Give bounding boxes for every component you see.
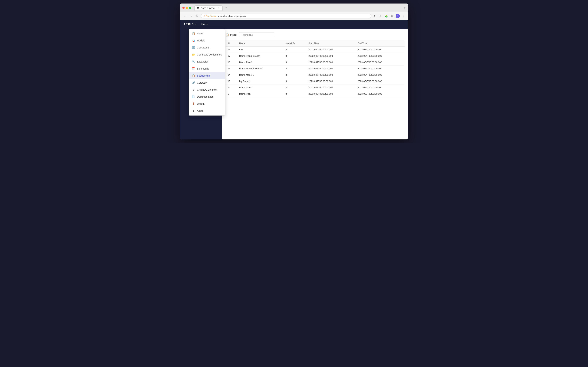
menu-item-scheduling[interactable]: 📅 Scheduling (189, 65, 225, 72)
plans-table-header: IDNameModel IDStart TimeEnd Time (226, 40, 405, 47)
new-tab-button[interactable]: + (224, 5, 229, 10)
table-row[interactable]: 16Demo Plan 332023-047T00:00:00.0002023-… (226, 59, 405, 66)
app-logo[interactable]: AERIE ∨ (183, 23, 197, 26)
menu-item-label: Sequencing (197, 74, 210, 77)
cell-name: test (237, 47, 284, 53)
menu-item-label: About (197, 109, 204, 112)
table-row[interactable]: 14Demo Model 332023-047T00:00:00.0002023… (226, 72, 405, 78)
forward-button[interactable]: → (189, 14, 194, 18)
cell-name: Demo Model 3 (237, 72, 284, 78)
menu-item-models[interactable]: 📊 Models (189, 37, 225, 44)
command-dictionaries-icon: 📁 (192, 53, 195, 56)
cell-end_time: 2023-054T00:00:00.000 (355, 72, 405, 78)
cell-end_time: 2023-054T00:00:00.000 (355, 53, 405, 59)
more-options-button[interactable]: ⋮ (401, 14, 406, 18)
cell-model_id: 3 (284, 53, 306, 59)
cell-name: Demo Model 3 Branch (237, 66, 284, 72)
star-button[interactable]: ☆ (378, 14, 383, 18)
menu-item-constraints[interactable]: 🔄 Constraints (189, 44, 225, 51)
cell-model_id: 3 (284, 78, 306, 84)
tab-icon: 🗺 (197, 7, 199, 9)
browser-titlebar: 🗺 Plans ✦ Aerie × + ∨ (180, 3, 408, 12)
sequencing-icon: 📋 (192, 74, 195, 77)
active-tab[interactable]: 🗺 Plans ✦ Aerie × (195, 5, 223, 10)
minimize-button[interactable] (186, 7, 188, 9)
menu-item-label: Models (197, 39, 205, 42)
menu-item-sequencing[interactable]: 📋 Sequencing (189, 72, 225, 79)
table-row[interactable]: 6Demo Plan32023-046T00:00:00.0002023-053… (226, 91, 405, 97)
table-row[interactable]: 15Demo Model 3 Branch32023-047T00:00:00.… (226, 66, 405, 72)
cell-name: Demo Plan 3 Branch (237, 53, 284, 59)
menu-item-logout[interactable]: 🚪 Logout (189, 100, 225, 107)
page-title: Plans (201, 23, 208, 26)
filter-plans-input[interactable] (239, 32, 274, 37)
menu-item-gateway[interactable]: 🔗 Gateway (189, 79, 225, 86)
cell-id: 16 (226, 59, 237, 66)
plans-table: IDNameModel IDStart TimeEnd Time 18test3… (226, 40, 405, 97)
col-header-id: ID (226, 40, 237, 47)
menu-item-label: Expansion (197, 60, 208, 63)
back-button[interactable]: ← (182, 14, 187, 18)
tab-title: Plans ✦ Aerie (200, 7, 214, 9)
tab-close-button[interactable]: × (218, 7, 220, 9)
menu-item-about[interactable]: ℹ About (189, 107, 225, 114)
table-row[interactable]: 17Demo Plan 3 Branch32023-047T00:00:00.0… (226, 53, 405, 59)
cell-id: 17 (226, 53, 237, 59)
cell-start_time: 2023-047T00:00:00.000 (306, 66, 355, 72)
menu-item-label: GraphQL Console (197, 88, 217, 91)
security-warning: ⚠ Not Secure (204, 15, 216, 17)
expansion-icon: 🔧 (192, 60, 195, 63)
reload-button[interactable]: ↻ (195, 14, 199, 18)
cell-name: My Branch (237, 78, 284, 84)
menu-item-plans[interactable]: 📋 Plans (189, 30, 225, 37)
tab-bar: 🗺 Plans ✦ Aerie × + (195, 5, 402, 10)
menu-item-documentation[interactable]: 📄 Documentation (189, 93, 225, 100)
sidebar-toggle-button[interactable]: ▤ (390, 14, 395, 18)
cell-start_time: 2023-047T00:00:00.000 (306, 72, 355, 78)
menu-item-graphql-console[interactable]: 🖥 GraphQL Console (189, 86, 225, 93)
col-header-name: Name (237, 40, 284, 47)
maximize-button[interactable] (189, 7, 191, 9)
col-header-model_id: Model ID (284, 40, 306, 47)
logo-chevron-icon: ∨ (195, 23, 197, 26)
close-button[interactable] (182, 7, 185, 9)
cell-id: 14 (226, 72, 237, 78)
chevron-down-icon: ∨ (404, 7, 406, 9)
cell-start_time: 2023-047T00:00:00.000 (306, 84, 355, 91)
browser-window: 🗺 Plans ✦ Aerie × + ∨ ← → ↻ ⚠ Not Secure… (180, 3, 408, 139)
profile-avatar[interactable]: A (396, 14, 400, 18)
menu-item-label: Documentation (197, 95, 213, 98)
cell-model_id: 3 (284, 91, 306, 97)
address-url: aerie-dev.jpl.nasa.gov/plans (218, 15, 246, 17)
cell-id: 15 (226, 66, 237, 72)
menu-item-label: Command Dictionaries (197, 53, 222, 56)
cell-end_time: 2023-054T00:00:00.000 (355, 84, 405, 91)
browser-toolbar: ← → ↻ ⚠ Not Secure aerie-dev.jpl.nasa.go… (180, 12, 408, 20)
cell-end_time: 2023-053T00:00:00.000 (355, 91, 405, 97)
share-button[interactable]: ⬆ (373, 14, 377, 18)
toolbar-actions: ⬆ ☆ 🧩 ▤ A ⋮ (373, 14, 406, 18)
cell-id: 6 (226, 91, 237, 97)
cell-name: Demo Plan (237, 91, 284, 97)
menu-item-label: Constraints (197, 46, 209, 49)
cell-name: Demo Plan 3 (237, 59, 284, 66)
about-icon: ℹ (192, 109, 195, 113)
plans-title: 📋 Plans (226, 33, 237, 36)
table-row[interactable]: 18test32023-040T00:00:00.0002023-054T00:… (226, 47, 405, 53)
table-row[interactable]: 13My Branch32023-047T00:00:00.0002023-05… (226, 78, 405, 84)
plans-icon: 📋 (226, 33, 229, 36)
address-bar[interactable]: ⚠ Not Secure aerie-dev.jpl.nasa.gov/plan… (201, 14, 371, 18)
menu-items-list: 📋 Plans 📊 Models 🔄 Constraints 📁 Command… (189, 30, 225, 114)
cell-model_id: 3 (284, 59, 306, 66)
menu-item-expansion[interactable]: 🔧 Expansion (189, 58, 225, 65)
cell-model_id: 3 (284, 47, 306, 53)
cell-start_time: 2023-047T00:00:00.000 (306, 59, 355, 66)
plans-area: 📋 Plans IDNameModel IDStart TimeEnd Time… (222, 29, 408, 139)
table-row[interactable]: 12Demo Plan 232023-047T00:00:00.0002023-… (226, 84, 405, 91)
col-header-end_time: End Time (355, 40, 405, 47)
menu-item-label: Plans (197, 32, 203, 35)
menu-item-command-dictionaries[interactable]: 📁 Command Dictionaries (189, 51, 225, 58)
extensions-button[interactable]: 🧩 (384, 14, 389, 18)
cell-model_id: 3 (284, 84, 306, 91)
cell-name: Demo Plan 2 (237, 84, 284, 91)
